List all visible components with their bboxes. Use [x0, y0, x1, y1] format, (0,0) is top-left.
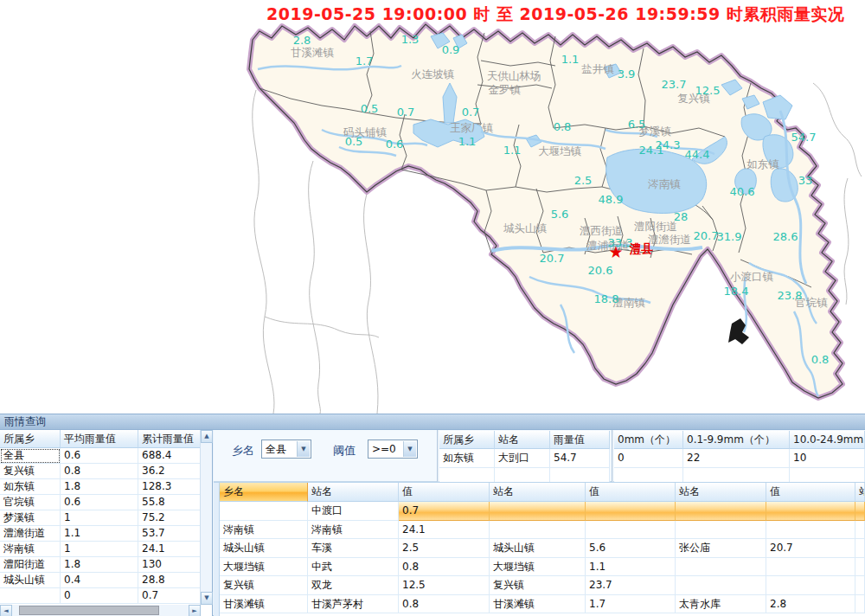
map-rain-value: 1.1 [561, 53, 580, 66]
map-rain-value: 12.5 [695, 84, 721, 97]
table-header-row: 乡名站名值站名值站名值站 [220, 483, 865, 502]
station-table: 所属乡站名雨量值如东镇大剅口54.7 [439, 431, 610, 482]
column-header[interactable]: 0.1-9.9mm（个） [683, 431, 790, 449]
table-row[interactable]: 甘溪滩镇甘溪芦茅村0.8甘溪滩镇1.7太青水库2.8 [220, 595, 865, 614]
table-row[interactable]: 大堰垱镇中武0.8大堰垱镇1.1 [220, 558, 865, 577]
map-rain-value: 20.6 [588, 264, 613, 277]
scroll-right-icon[interactable]: ► [189, 605, 201, 616]
chevron-down-icon[interactable]: ▼ [297, 441, 310, 457]
table-cell: 复兴镇 [0, 464, 61, 479]
table-cell [766, 502, 855, 521]
table-cell: 22 [683, 449, 790, 468]
column-header[interactable]: 站名 [308, 483, 399, 502]
main-table-zone: 乡名站名值站名值站名值站中渡口0.7涔南镇涔南镇24.1城头山镇车溪2.5城头山… [214, 482, 865, 616]
table-row[interactable]: 02210 [614, 449, 865, 468]
table-row[interactable]: 中渡口0.7 [220, 502, 865, 521]
summary-panel: 所属乡平均雨量值累计雨量值全县0.6688.4复兴镇0.836.2如东镇1.81… [0, 430, 213, 616]
map-rain-value: 1.1 [458, 135, 477, 148]
table-cell: 澧澹街道 [0, 526, 61, 542]
map-town-label: 王家厂镇 [450, 121, 493, 136]
table-cell: 75.2 [138, 510, 201, 526]
table-cell: 双龙 [308, 576, 399, 595]
map-rain-value: 23.8 [778, 289, 803, 302]
map-rain-value: 0.5 [345, 135, 363, 148]
column-header[interactable]: 站名 [495, 431, 550, 449]
table-cell [676, 521, 766, 540]
left-table-hscroll[interactable]: ◄ ► [0, 605, 201, 616]
map-rain-value: 28 [674, 210, 689, 223]
map-town-label: 涔南镇 [648, 177, 681, 192]
scroll-down-icon[interactable]: ▼ [201, 592, 213, 605]
column-header[interactable]: 平均雨量值 [61, 430, 138, 448]
table-row[interactable]: 城头山镇0.428.8 [0, 573, 201, 588]
table-cell [855, 539, 865, 558]
map-rain-value: 18.8 [594, 292, 619, 305]
table-cell [490, 521, 586, 540]
column-header[interactable]: 累计雨量值 [138, 430, 201, 448]
county-map-svg[interactable] [0, 0, 865, 414]
table-cell: 0.8 [399, 595, 490, 614]
table-cell [766, 521, 855, 540]
map-rain-value: 0.7 [462, 106, 480, 119]
column-header[interactable]: 所属乡 [0, 430, 61, 448]
town-select[interactable]: 全县 ▼ [261, 440, 311, 459]
column-header[interactable]: 值 [586, 483, 676, 502]
table-row[interactable]: 澧澹街道1.153.7 [0, 526, 201, 542]
table-cell [766, 558, 855, 577]
table-cell: 甘溪芦茅村 [308, 595, 399, 614]
map-rain-value: 0.7 [397, 106, 415, 119]
threshold-label: 阈值 [333, 443, 356, 459]
table-cell: 23.7 [586, 576, 676, 595]
table-cell: 54.7 [550, 449, 610, 468]
scroll-left-icon[interactable]: ◄ [0, 605, 12, 616]
map-town-label: 城头山镇 [503, 221, 547, 236]
table-cell: 28.8 [138, 573, 201, 588]
map-rain-value: 1.7 [356, 55, 374, 67]
table-row[interactable]: 梦溪镇175.2 [0, 510, 201, 526]
table-cell: 1.7 [586, 595, 676, 614]
column-header[interactable]: 乡名 [220, 483, 308, 502]
table-row[interactable]: 复兴镇双龙12.5复兴镇23.7 [220, 576, 865, 595]
table-cell: 1.8 [61, 479, 138, 495]
column-header[interactable]: 站 [855, 483, 865, 502]
map-town-label: 火连坡镇 [411, 67, 454, 82]
table-row[interactable] [439, 468, 610, 482]
table-row[interactable]: 涔南镇124.1 [0, 542, 201, 557]
column-header[interactable]: 站名 [676, 483, 766, 502]
panel-title: 雨情查询 [4, 415, 46, 427]
table-row[interactable]: 复兴镇0.836.2 [0, 464, 201, 479]
column-header[interactable]: 0mm（个） [614, 431, 683, 449]
scroll-up-icon[interactable]: ▲ [201, 430, 213, 443]
table-cell [439, 468, 495, 482]
column-header[interactable]: 10.0-24.9mm（ [790, 431, 865, 449]
table-cell: 1.1 [586, 558, 676, 577]
table-row[interactable]: 官垸镇0.655.8 [0, 495, 201, 510]
table-row[interactable] [614, 468, 865, 482]
table-row[interactable]: 澧阳街道1.8130 [0, 557, 201, 573]
column-header[interactable]: 值 [399, 483, 490, 502]
hscroll-thumb[interactable] [19, 606, 159, 615]
column-header[interactable]: 雨量值 [550, 431, 610, 449]
left-table-vscroll[interactable]: ▲ ▼ [200, 430, 212, 605]
map-rain-value: 24.1 [639, 144, 664, 157]
town-select-label: 乡名 [232, 443, 254, 459]
table-row[interactable]: 涔南镇涔南镇24.1 [220, 521, 865, 540]
table-row[interactable]: 全县0.6688.4 [0, 448, 201, 464]
column-header[interactable]: 值 [766, 483, 855, 502]
threshold-select[interactable]: >=0 ▼ [368, 440, 418, 459]
table-row[interactable]: 如东镇大剅口54.7 [439, 449, 610, 468]
rain-query-panel: 雨情查询 所属乡平均雨量值累计雨量值全县0.6688.4复兴镇0.836.2如东… [0, 414, 865, 616]
map-rain-value: 18.4 [724, 285, 749, 298]
table-row[interactable]: 00.7 [0, 588, 201, 604]
column-header[interactable]: 所属乡 [439, 431, 495, 449]
map-panel[interactable]: 2019-05-25 19:00:00 时 至 2019-05-26 19:59… [0, 0, 865, 414]
table-row[interactable]: 城头山镇车溪2.5城头山镇5.6张公庙20.7 [220, 539, 865, 558]
table-row[interactable]: 如东镇1.8128.3 [0, 479, 201, 495]
table-cell: 复兴镇 [490, 576, 586, 595]
hscroll-track[interactable] [12, 605, 189, 616]
map-title: 2019-05-25 19:00:00 时 至 2019-05-26 19:59… [266, 3, 844, 26]
table-cell: 梦溪镇 [0, 510, 61, 526]
map-rain-value: 6.5 [628, 118, 646, 131]
column-header[interactable]: 站名 [490, 483, 586, 502]
chevron-down-icon[interactable]: ▼ [403, 441, 416, 457]
